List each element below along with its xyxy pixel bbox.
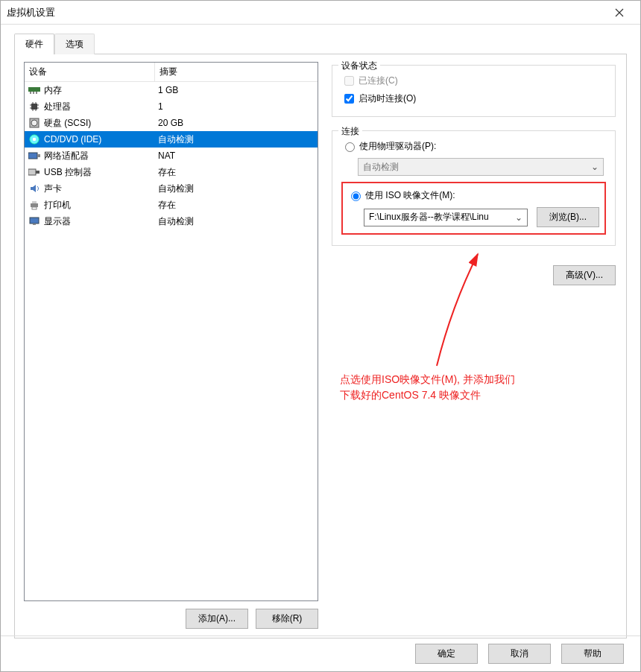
svg-rect-14 <box>32 201 37 203</box>
device-row[interactable]: USB 控制器存在 <box>25 164 318 180</box>
device-summary: 20 GB <box>155 118 318 128</box>
svg-rect-17 <box>33 224 36 225</box>
device-name: 处理器 <box>44 101 71 113</box>
device-summary: 自动检测 <box>155 215 318 228</box>
device-summary: 1 GB <box>155 85 318 95</box>
iso-radio[interactable] <box>351 191 361 201</box>
window-title: 虚拟机设置 <box>7 6 604 19</box>
title-bar: 虚拟机设置 <box>1 1 640 25</box>
cpu-icon <box>28 101 41 112</box>
device-list[interactable]: 设备 摘要 内存1 GB处理器1硬盘 (SCSI)20 GBCD/DVD (ID… <box>24 62 318 601</box>
device-summary: 1 <box>155 101 318 112</box>
device-row[interactable]: CD/DVD (IDE)自动检测 <box>25 131 318 148</box>
header-summary: 摘要 <box>155 63 318 81</box>
left-button-row: 添加(A)... 移除(R) <box>24 609 318 629</box>
dialog-footer: 确定 取消 帮助 <box>1 635 640 671</box>
memory-icon <box>28 86 41 95</box>
svg-rect-1 <box>30 92 31 94</box>
svg-point-6 <box>31 120 37 126</box>
annotation-line1: 点选使用ISO映像文件(M), 并添加我们 <box>340 372 515 387</box>
device-name: CD/DVD (IDE) <box>44 134 101 145</box>
connect-at-power-checkbox[interactable] <box>344 94 354 104</box>
iso-path-value: F:\Linux服务器--教学课程\Linu <box>369 211 489 224</box>
device-summary: 存在 <box>155 166 318 179</box>
device-row[interactable]: 显示器自动检测 <box>25 213 318 229</box>
svg-rect-16 <box>30 218 39 224</box>
disk-icon <box>28 118 41 128</box>
physical-drive-label: 使用物理驱动器(P): <box>359 140 436 153</box>
svg-rect-15 <box>32 207 37 209</box>
svg-rect-4 <box>31 104 37 110</box>
svg-point-8 <box>33 138 36 141</box>
device-summary: 自动检测 <box>155 183 318 195</box>
device-row[interactable]: 处理器1 <box>25 98 318 115</box>
cd-icon <box>28 134 41 145</box>
device-row[interactable]: 打印机存在 <box>25 197 318 213</box>
browse-button[interactable]: 浏览(B)... <box>537 207 599 227</box>
remove-button[interactable]: 移除(R) <box>256 609 318 629</box>
physical-drive-radio[interactable] <box>345 142 355 152</box>
svg-rect-13 <box>31 203 38 207</box>
svg-rect-0 <box>28 87 40 92</box>
annotation-text: 点选使用ISO映像文件(M), 并添加我们 下载好的CentOS 7.4 映像文… <box>340 372 515 403</box>
device-name: USB 控制器 <box>44 166 92 179</box>
svg-rect-11 <box>28 169 36 175</box>
ok-button[interactable]: 确定 <box>415 644 478 664</box>
chevron-down-icon[interactable]: ⌄ <box>515 212 522 223</box>
svg-rect-9 <box>28 153 37 159</box>
iso-radio-row[interactable]: 使用 ISO 映像文件(M): <box>347 186 600 204</box>
iso-highlight-box: 使用 ISO 映像文件(M): F:\Linux服务器--教学课程\Linu ⌄… <box>341 182 606 235</box>
add-button[interactable]: 添加(A)... <box>186 609 248 629</box>
device-name: 网络适配器 <box>44 150 89 162</box>
advanced-row: 高级(V)... <box>332 265 616 285</box>
svg-rect-10 <box>37 154 40 157</box>
device-list-header: 设备 摘要 <box>25 63 318 82</box>
header-device: 设备 <box>25 63 155 81</box>
tab-panel-hardware: 设备 摘要 内存1 GB处理器1硬盘 (SCSI)20 GBCD/DVD (ID… <box>14 54 627 638</box>
svg-rect-3 <box>36 92 37 94</box>
physical-drive-dropdown: 自动检测 ⌄ <box>358 158 604 176</box>
svg-rect-12 <box>36 171 40 174</box>
connect-at-power-row[interactable]: 启动时连接(O) <box>341 89 606 107</box>
nic-icon <box>28 151 41 160</box>
connection-legend: 连接 <box>338 125 362 138</box>
connect-at-power-label: 启动时连接(O) <box>359 92 416 105</box>
right-pane: 设备状态 已连接(C) 启动时连接(O) 连接 使用物理驱动器(P): <box>318 62 616 629</box>
connected-checkbox-row: 已连接(C) <box>341 72 606 89</box>
tab-strip: 硬件 选项 <box>14 34 627 54</box>
device-name: 声卡 <box>44 183 62 195</box>
tab-hardware[interactable]: 硬件 <box>14 34 54 54</box>
device-row[interactable]: 声卡自动检测 <box>25 180 318 197</box>
iso-path-row: F:\Linux服务器--教学课程\Linu ⌄ 浏览(B)... <box>364 207 600 227</box>
device-summary: 自动检测 <box>155 133 318 146</box>
connected-checkbox <box>344 76 354 86</box>
tab-spacer <box>95 34 627 54</box>
iso-path-dropdown[interactable]: F:\Linux服务器--教学课程\Linu ⌄ <box>364 209 528 226</box>
iso-label: 使用 ISO 映像文件(M): <box>365 189 455 202</box>
help-button[interactable]: 帮助 <box>561 644 624 664</box>
device-name: 硬盘 (SCSI) <box>44 117 91 130</box>
dialog-window: 虚拟机设置 硬件 选项 设备 摘要 内存1 GB处理器1硬盘 (SCSI)20 … <box>0 0 641 672</box>
device-row[interactable]: 内存1 GB <box>25 82 318 98</box>
sound-icon <box>28 183 41 194</box>
svg-rect-2 <box>33 92 34 94</box>
device-list-body: 内存1 GB处理器1硬盘 (SCSI)20 GBCD/DVD (IDE)自动检测… <box>25 82 318 229</box>
cancel-button[interactable]: 取消 <box>488 644 551 664</box>
device-status-legend: 设备状态 <box>338 60 380 72</box>
advanced-button[interactable]: 高级(V)... <box>553 265 616 285</box>
device-row[interactable]: 网络适配器NAT <box>25 148 318 164</box>
connected-label: 已连接(C) <box>359 75 398 87</box>
physical-drive-radio-row[interactable]: 使用物理驱动器(P): <box>341 137 606 155</box>
display-icon <box>28 216 41 226</box>
close-button[interactable] <box>604 1 634 24</box>
device-status-group: 设备状态 已连接(C) 启动时连接(O) <box>332 65 616 117</box>
device-row[interactable]: 硬盘 (SCSI)20 GB <box>25 115 318 131</box>
dialog-body: 硬件 选项 设备 摘要 内存1 GB处理器1硬盘 (SCSI)20 GBCD/D… <box>1 25 640 638</box>
connection-group: 连接 使用物理驱动器(P): 自动检测 ⌄ 使用 ISO 映像文件(M): <box>332 130 616 246</box>
usb-icon <box>28 168 41 176</box>
left-pane: 设备 摘要 内存1 GB处理器1硬盘 (SCSI)20 GBCD/DVD (ID… <box>24 62 318 629</box>
close-icon <box>615 8 624 17</box>
tab-options[interactable]: 选项 <box>54 34 95 54</box>
device-name: 显示器 <box>44 215 71 228</box>
device-name: 打印机 <box>44 199 71 212</box>
